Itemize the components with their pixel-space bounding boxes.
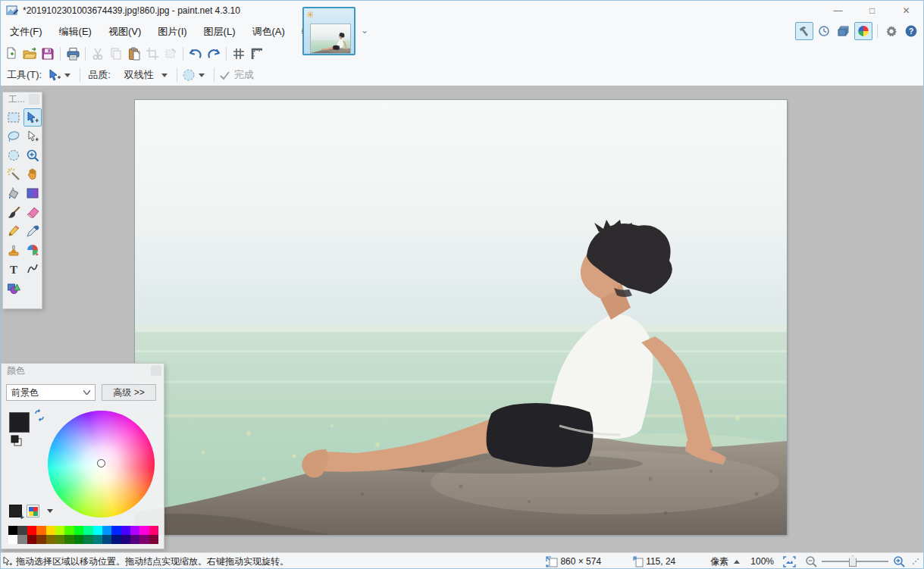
palette-swatch[interactable]: [17, 526, 27, 535]
tool-text[interactable]: T: [5, 260, 23, 278]
color-wheel-selector[interactable]: [97, 459, 105, 467]
copy-button[interactable]: [107, 45, 125, 63]
zoom-to-fit-icon[interactable]: [783, 556, 796, 567]
palette-swatch[interactable]: [55, 526, 64, 535]
tool-shapes[interactable]: [5, 279, 23, 297]
menu-edit[interactable]: 编辑(E): [52, 21, 99, 42]
grid-toggle-button[interactable]: [230, 45, 248, 63]
help-button[interactable]: ?: [902, 22, 920, 40]
active-tool-dropdown[interactable]: [46, 67, 77, 83]
minimize-button[interactable]: —: [821, 1, 855, 20]
palette-swatch[interactable]: [139, 535, 149, 544]
ruler-toggle-button[interactable]: [248, 45, 266, 63]
tools-panel-toggle-button[interactable]: [795, 22, 813, 40]
zoom-slider[interactable]: [822, 561, 888, 562]
palette-swatch[interactable]: [17, 535, 27, 544]
deselect-button[interactable]: [161, 45, 180, 63]
swap-colors-icon[interactable]: [33, 409, 45, 421]
open-file-button[interactable]: [20, 45, 39, 63]
tool-eraser[interactable]: [23, 203, 42, 221]
palette-swatch[interactable]: [64, 535, 74, 544]
palette-swatch[interactable]: [83, 526, 92, 535]
palette-swatch[interactable]: [8, 526, 17, 535]
tool-zoom[interactable]: [23, 146, 42, 164]
tool-paint-bucket[interactable]: [5, 184, 23, 202]
palette-swatch[interactable]: [111, 535, 121, 544]
menu-adjustments[interactable]: 调色(A): [244, 21, 292, 42]
cut-button[interactable]: [89, 45, 107, 63]
zoom-in-icon[interactable]: [893, 555, 905, 567]
palette-swatch[interactable]: [149, 535, 158, 544]
settings-button[interactable]: [882, 22, 901, 40]
tool-pencil[interactable]: [5, 222, 23, 240]
colors-panel-titlebar[interactable]: 颜色: [2, 364, 164, 378]
close-button[interactable]: ✕: [889, 1, 923, 20]
palette-menu-button[interactable]: [27, 505, 39, 517]
colors-panel-toggle-button[interactable]: [854, 22, 872, 40]
panel-close-icon[interactable]: [29, 94, 39, 105]
palette-swatch[interactable]: [111, 526, 121, 535]
tool-ellipse-select[interactable]: [5, 146, 23, 164]
color-target-select[interactable]: 前景色: [6, 384, 96, 401]
menu-file[interactable]: 文件(F): [2, 21, 50, 42]
palette-swatch[interactable]: [93, 535, 102, 544]
palette-swatch[interactable]: [102, 535, 111, 544]
print-button[interactable]: [64, 45, 82, 63]
palette-swatch[interactable]: [46, 526, 55, 535]
palette-swatch[interactable]: [27, 526, 36, 535]
palette-swatch[interactable]: [149, 526, 158, 535]
advanced-toggle-button[interactable]: 高级 >>: [102, 384, 156, 401]
palette-swatch[interactable]: [36, 526, 45, 535]
tool-clone-stamp[interactable]: [5, 241, 23, 259]
menu-layers[interactable]: 图层(L): [196, 21, 243, 42]
palette-swatch[interactable]: [130, 535, 139, 544]
palette-swatch[interactable]: [8, 535, 17, 544]
history-panel-toggle-button[interactable]: [815, 22, 833, 40]
tool-gradient[interactable]: [23, 184, 42, 202]
canvas-image[interactable]: [135, 100, 787, 535]
palette-swatch[interactable]: [36, 535, 45, 544]
finish-button[interactable]: 完成: [218, 67, 255, 83]
image-tab[interactable]: ✳: [302, 7, 356, 55]
tool-pan[interactable]: [23, 165, 42, 183]
tool-move-selection[interactable]: [23, 127, 42, 145]
undo-button[interactable]: [186, 45, 205, 63]
redo-button[interactable]: [205, 45, 223, 63]
palette-swatch[interactable]: [46, 535, 55, 544]
resize-grip[interactable]: [913, 558, 919, 564]
default-colors-icon[interactable]: [11, 435, 23, 447]
image-list-chevron-icon[interactable]: ⌄: [359, 25, 371, 37]
palette-swatch[interactable]: [102, 526, 111, 535]
tool-lasso-select[interactable]: [5, 127, 23, 145]
layers-panel-toggle-button[interactable]: [835, 22, 853, 40]
tool-move-selected-pixels[interactable]: [23, 108, 42, 127]
palette-swatch[interactable]: [93, 526, 102, 535]
tool-paintbrush[interactable]: [5, 203, 23, 221]
paste-button[interactable]: [125, 45, 143, 63]
palette-swatch[interactable]: [27, 535, 36, 544]
tool-line-curve[interactable]: [23, 260, 42, 278]
zoom-out-icon[interactable]: [805, 555, 817, 567]
new-file-button[interactable]: [2, 45, 20, 63]
palette-swatch[interactable]: [74, 535, 83, 544]
unit-dropdown[interactable]: 像素: [710, 555, 740, 568]
quality-dropdown[interactable]: 双线性: [123, 67, 174, 83]
tool-rectangle-select[interactable]: [5, 108, 23, 127]
palette-swatch[interactable]: [121, 535, 130, 544]
foreground-color-swatch[interactable]: [9, 412, 30, 433]
palette-swatch[interactable]: [64, 526, 74, 535]
add-color-button[interactable]: [9, 505, 22, 517]
tools-panel-titlebar[interactable]: 工...: [3, 92, 42, 107]
palette-swatch[interactable]: [83, 535, 92, 544]
menu-image[interactable]: 图片(I): [150, 21, 194, 42]
zoom-slider-thumb[interactable]: [849, 555, 857, 567]
tool-magic-wand[interactable]: [5, 165, 23, 183]
maximize-button[interactable]: □: [855, 1, 889, 20]
tool-color-picker[interactable]: [23, 222, 42, 240]
palette-swatch[interactable]: [139, 526, 149, 535]
palette-swatch[interactable]: [55, 535, 64, 544]
crop-to-selection-button[interactable]: [143, 45, 161, 63]
menu-view[interactable]: 视图(V): [101, 21, 149, 42]
palette-swatch[interactable]: [130, 526, 139, 535]
panel-close-icon[interactable]: [151, 365, 161, 376]
